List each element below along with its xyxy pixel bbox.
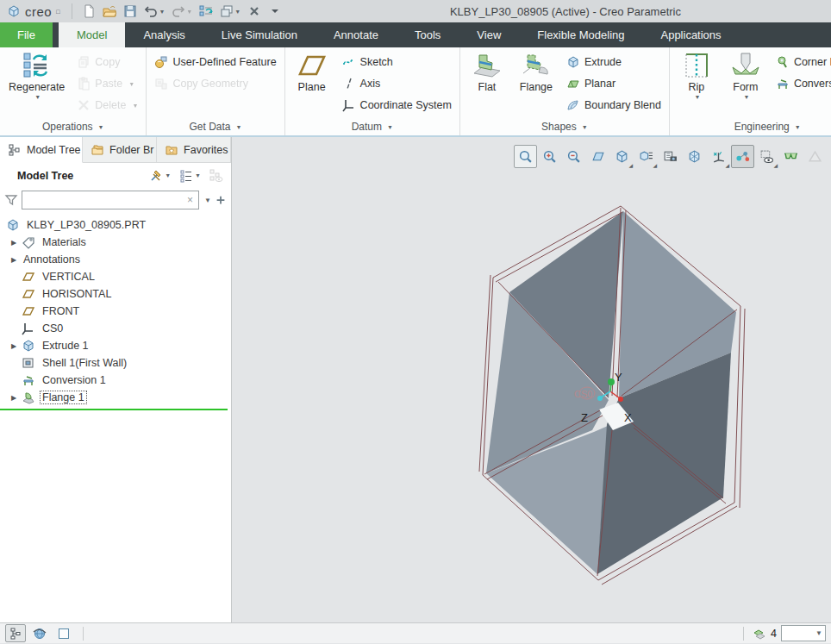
dropdown-arrow-icon[interactable]: ▼ [34, 94, 41, 100]
tree-item-conversion-1[interactable]: Conversion 1 [0, 372, 231, 389]
model-tree-panel: Model TreeFolder BrFavorites Model Tree … [0, 137, 232, 622]
customize-quick-access-button[interactable] [266, 2, 284, 21]
group-label-text: Shapes [541, 121, 577, 133]
saved-orientations-button[interactable]: ◢ [634, 145, 658, 168]
flange-button[interactable]: Flange [515, 50, 557, 94]
form-button[interactable]: Form▼ [725, 50, 766, 101]
expander-icon[interactable]: ▶ [7, 239, 21, 247]
new-file-button[interactable] [79, 2, 98, 21]
tab-view[interactable]: View [459, 22, 519, 47]
display-style-button[interactable]: ◢ [610, 145, 634, 168]
save-button[interactable] [121, 2, 140, 21]
plane-button[interactable]: Plane [291, 50, 333, 94]
regenerate-button[interactable]: Regenerate▼ [6, 50, 67, 101]
dropdown-arrow-icon[interactable]: ▼ [234, 9, 241, 15]
delete-button[interactable]: Delete▼ [75, 96, 140, 115]
view-manager-button[interactable] [659, 145, 682, 168]
web-browser-button[interactable] [29, 624, 50, 642]
tree-item-annotations[interactable]: ▶Annotations [0, 251, 231, 268]
model-tree-filter-input[interactable] [26, 193, 185, 207]
annotation-display-button[interactable]: ◢ [755, 145, 778, 168]
tab-file[interactable]: File [0, 22, 53, 47]
tree-item-vertical[interactable]: VERTICAL [0, 268, 231, 285]
user-defined-feature-button[interactable]: User-Defined Feature [153, 53, 278, 72]
tree-show-hidden-items-button[interactable] [207, 167, 226, 184]
filter-clear-icon[interactable]: × [185, 194, 195, 206]
tree-item-front[interactable]: FRONT [0, 303, 231, 320]
selection-filter-dropdown[interactable]: ▼ [781, 625, 826, 641]
graphics-viewport[interactable]: CS0 Y X Z ◢◢◢◢ [232, 137, 831, 622]
dropdown-arrow-icon[interactable]: ▼ [165, 172, 171, 178]
planar-button[interactable]: Planar [565, 74, 663, 93]
ribbon-group-label-datum[interactable]: Datum▼ [291, 118, 453, 135]
dropdown-arrow-icon[interactable]: ▼ [743, 94, 749, 100]
tab-flexible-modeling[interactable]: Flexible Modeling [519, 22, 642, 47]
tree-item-horisontal[interactable]: HORISONTAL [0, 285, 231, 303]
tab-applications[interactable]: Applications [642, 22, 739, 47]
flat-button[interactable]: Flat [466, 50, 508, 94]
ribbon-group-label-operations[interactable]: Operations▼ [6, 118, 140, 135]
window-switch-button[interactable]: ▼ [217, 2, 243, 21]
stereo-glasses-button[interactable] [779, 145, 803, 168]
tree-item-materials[interactable]: ▶Materials [0, 234, 231, 251]
refit-button[interactable] [586, 145, 609, 168]
rip-button[interactable]: Rip▼ [676, 50, 717, 101]
tree-item-flange-1[interactable]: ▶Flange 1 [0, 389, 231, 406]
3d-model[interactable]: CS0 Y X Z [232, 137, 831, 622]
dropdown-arrow-icon[interactable]: ▼ [186, 9, 192, 15]
filter-dropdown-icon[interactable]: ▼ [204, 197, 211, 204]
regenerate-manager-button[interactable] [197, 2, 216, 21]
perspective-button[interactable] [683, 145, 706, 168]
dropdown-arrow-icon[interactable]: ▼ [159, 9, 165, 15]
navigator-tab-folder-br[interactable]: Folder Br [83, 137, 157, 162]
dropdown-arrow-icon[interactable]: ▼ [195, 172, 201, 178]
zoom-in-button[interactable] [538, 145, 561, 168]
dropdown-arrow-icon[interactable]: ▼ [132, 103, 138, 109]
tree-item-shell-1-first-wall[interactable]: Shell 1(First Wall) [0, 354, 231, 372]
zoom-region-button[interactable] [514, 145, 537, 168]
tab-analysis[interactable]: Analysis [125, 22, 203, 47]
spin-center-button[interactable] [731, 145, 754, 168]
close-window-button[interactable] [245, 2, 264, 21]
open-file-button[interactable] [100, 2, 119, 21]
tree-item-extrude-1[interactable]: ▶Extrude 1 [0, 337, 231, 354]
tree-display-options-button[interactable]: ▼ [177, 167, 203, 184]
copy-geometry-button[interactable]: Copy Geometry [153, 74, 278, 93]
ribbon-group-label-get-data[interactable]: Get Data▼ [153, 118, 278, 135]
boundary-blend-button[interactable]: Boundary Blend [565, 96, 663, 115]
expander-icon[interactable]: ▶ [7, 342, 21, 350]
coordinate-system-button[interactable]: Coordinate System [341, 96, 453, 115]
expander-icon[interactable]: ▶ [7, 256, 21, 264]
conversion-button[interactable]: Conversion [774, 74, 831, 93]
navigator-tab-favorites[interactable]: Favorites [157, 137, 231, 162]
expander-icon[interactable]: ▶ [7, 394, 21, 402]
graphics-warning-button[interactable] [803, 145, 827, 168]
toggle-model-tree-button[interactable] [5, 624, 26, 642]
filter-add-button[interactable] [215, 194, 227, 206]
dropdown-arrow-icon[interactable]: ▼ [694, 94, 700, 100]
tab-tools[interactable]: Tools [397, 22, 459, 47]
redo-button[interactable]: ▼ [169, 2, 195, 21]
tree-settings-button[interactable]: ▼ [147, 167, 173, 184]
axis-button[interactable]: Axis [341, 74, 453, 93]
blank-panel-button[interactable] [53, 624, 74, 642]
extrude-button[interactable]: Extrude [565, 53, 663, 72]
tab-model[interactable]: Model [59, 22, 125, 47]
paste-button[interactable]: Paste▼ [75, 74, 140, 93]
tree-item-cs0[interactable]: CS0 [0, 320, 231, 337]
datum-display-filters-button[interactable]: ◢ [707, 145, 730, 168]
navigator-tab-model-tree[interactable]: Model Tree [0, 137, 83, 163]
dropdown-arrow-icon[interactable]: ▼ [128, 81, 134, 87]
undo-button[interactable]: ▼ [141, 2, 167, 21]
sketch-button[interactable]: Sketch [341, 53, 453, 72]
tree-item-klby-lp30-08905-prt[interactable]: KLBY_LP30_08905.PRT [0, 216, 231, 234]
ribbon: Regenerate▼CopyPaste▼Delete▼Operations▼U… [0, 47, 831, 137]
ribbon-group-label-shapes[interactable]: Shapes▼ [466, 118, 663, 135]
ribbon-group-label-engineering[interactable]: Engineering▼ [676, 118, 831, 135]
tab-live-simulation[interactable]: Live Simulation [203, 22, 316, 47]
copy-button[interactable]: Copy [75, 53, 140, 72]
zoom-out-button[interactable] [562, 145, 585, 168]
csys-annotation[interactable]: CS0 [574, 387, 595, 399]
corner-relief-button[interactable]: Corner Relief [774, 53, 831, 72]
tab-annotate[interactable]: Annotate [316, 22, 397, 47]
